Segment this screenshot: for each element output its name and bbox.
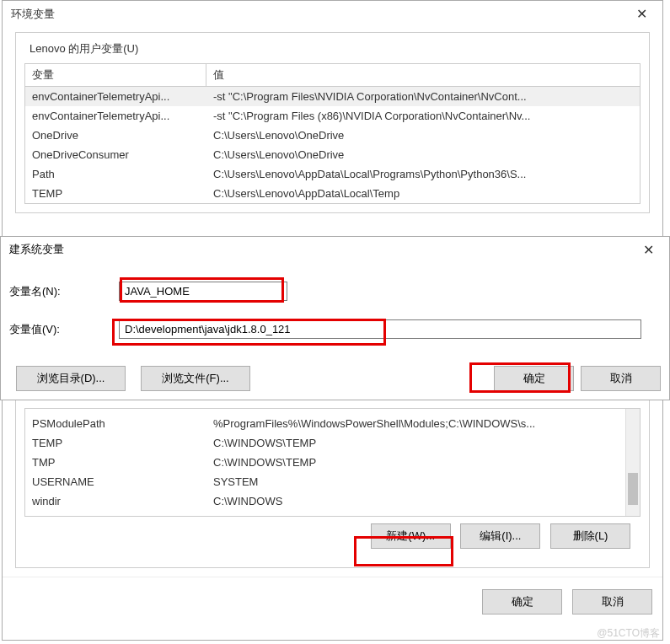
user-vars-body: envContainerTelemetryApi...-st "C:\Progr…	[25, 87, 640, 203]
var-value-cell: -st "C:\Program Files (x86)\NVIDIA Corpo…	[206, 108, 640, 124]
delete-sys-button[interactable]: 删除(L)	[550, 523, 630, 549]
var-value-cell: C:\WINDOWS	[206, 493, 640, 509]
table-row[interactable]: envContainerTelemetryApi...-st "C:\Progr…	[25, 106, 640, 126]
table-row[interactable]: TEMPC:\Users\Lenovo\AppData\Local\Temp	[25, 184, 640, 203]
var-name-cell: OneDriveConsumer	[25, 147, 206, 163]
system-vars-table[interactable]: PSModulePath%ProgramFiles%\WindowsPowerS…	[24, 408, 641, 517]
new-var-titlebar: 建系统变量 ✕	[1, 237, 669, 263]
new-var-buttons: 浏览目录(D)... 浏览文件(F)... 确定 取消	[1, 357, 669, 400]
var-name-cell: TEMP	[25, 435, 206, 451]
close-icon[interactable]: ✕	[636, 242, 661, 258]
table-row[interactable]: TEMPC:\WINDOWS\TEMP	[25, 433, 640, 453]
system-vars-group: PSModulePath%ProgramFiles%\WindowsPowerS…	[15, 399, 650, 568]
var-value-cell: C:\Users\Lenovo\AppData\Local\Temp	[206, 185, 640, 201]
table-row[interactable]: TMPC:\WINDOWS\TEMP	[25, 453, 640, 472]
var-value-cell: C:\Users\Lenovo\OneDrive	[206, 127, 640, 143]
env-dialog-title: 环境变量	[11, 7, 55, 22]
new-var-title: 建系统变量	[9, 242, 64, 258]
var-name-cell: TMP	[25, 454, 206, 470]
user-vars-group: Lenovo 的用户变量(U) 变量 值 envContainerTelemet…	[15, 32, 650, 213]
user-vars-header: 变量 值	[25, 64, 640, 87]
var-name-row: 变量名(N):	[1, 278, 669, 304]
var-name-cell: PSModulePath	[25, 416, 206, 432]
system-vars-buttons: 新建(W)... 编辑(I)... 删除(L)	[24, 517, 641, 559]
new-var-cancel-button[interactable]: 取消	[581, 366, 661, 391]
col-value[interactable]: 值	[206, 64, 640, 86]
var-name-cell: USERNAME	[25, 474, 206, 490]
var-value-cell: SYSTEM	[206, 474, 640, 490]
var-value-cell: %ProgramFiles%\WindowsPowerShell\Modules…	[206, 416, 640, 432]
scroll-thumb[interactable]	[628, 473, 638, 505]
var-name-cell: windir	[25, 493, 206, 509]
var-value-input[interactable]	[119, 319, 641, 339]
new-var-ok-button[interactable]: 确定	[494, 366, 574, 391]
var-value-cell: C:\Users\Lenovo\OneDrive	[206, 147, 640, 163]
table-row[interactable]: USERNAMESYSTEM	[25, 472, 640, 491]
env-dialog-titlebar: 环境变量 ✕	[3, 1, 662, 27]
var-name-cell: envContainerTelemetryApi...	[25, 108, 206, 124]
table-row[interactable]: PathC:\Users\Lenovo\AppData\Local\Progra…	[25, 164, 640, 184]
var-name-label: 变量名(N):	[9, 284, 119, 299]
new-sys-button[interactable]: 新建(W)...	[371, 523, 451, 549]
table-row[interactable]: OneDriveC:\Users\Lenovo\OneDrive	[25, 126, 640, 145]
var-value-row: 变量值(V):	[1, 316, 669, 342]
browse-file-button[interactable]: 浏览文件(F)...	[141, 366, 250, 391]
env-dialog-footer: 确定 取消	[3, 577, 662, 625]
table-row[interactable]: PSModulePath%ProgramFiles%\WindowsPowerS…	[25, 414, 640, 433]
var-name-cell: envContainerTelemetryApi...	[25, 89, 206, 105]
var-name-cell: Path	[25, 166, 206, 182]
var-value-cell: C:\WINDOWS\TEMP	[206, 454, 640, 470]
var-value-cell: C:\Users\Lenovo\AppData\Local\Programs\P…	[206, 166, 640, 182]
var-name-input[interactable]	[119, 282, 287, 301]
close-icon[interactable]: ✕	[630, 6, 654, 22]
table-row[interactable]: OneDriveConsumerC:\Users\Lenovo\OneDrive	[25, 145, 640, 164]
new-var-dialog: 建系统变量 ✕ 变量名(N): 变量值(V): 浏览目录(D)... 浏览文件(…	[0, 236, 670, 400]
browse-dir-button[interactable]: 浏览目录(D)...	[16, 366, 126, 391]
env-cancel-button[interactable]: 取消	[572, 589, 652, 614]
scrollbar[interactable]	[625, 409, 640, 516]
watermark: @51CTO博客	[597, 626, 660, 641]
system-vars-body: PSModulePath%ProgramFiles%\WindowsPowerS…	[25, 409, 640, 516]
user-vars-title: Lenovo 的用户变量(U)	[24, 41, 641, 56]
var-name-cell: TEMP	[25, 185, 206, 201]
table-row[interactable]: windirC:\WINDOWS	[25, 491, 640, 511]
var-value-label: 变量值(V):	[9, 322, 119, 337]
edit-sys-button[interactable]: 编辑(I)...	[460, 523, 540, 549]
col-variable[interactable]: 变量	[25, 64, 206, 86]
env-ok-button[interactable]: 确定	[482, 589, 562, 614]
var-value-cell: C:\WINDOWS\TEMP	[206, 435, 640, 451]
var-value-cell: -st "C:\Program Files\NVIDIA Corporation…	[206, 89, 640, 105]
user-vars-table[interactable]: 变量 值 envContainerTelemetryApi...-st "C:\…	[24, 63, 641, 204]
table-row[interactable]: envContainerTelemetryApi...-st "C:\Progr…	[25, 87, 640, 106]
var-name-cell: OneDrive	[25, 127, 206, 143]
